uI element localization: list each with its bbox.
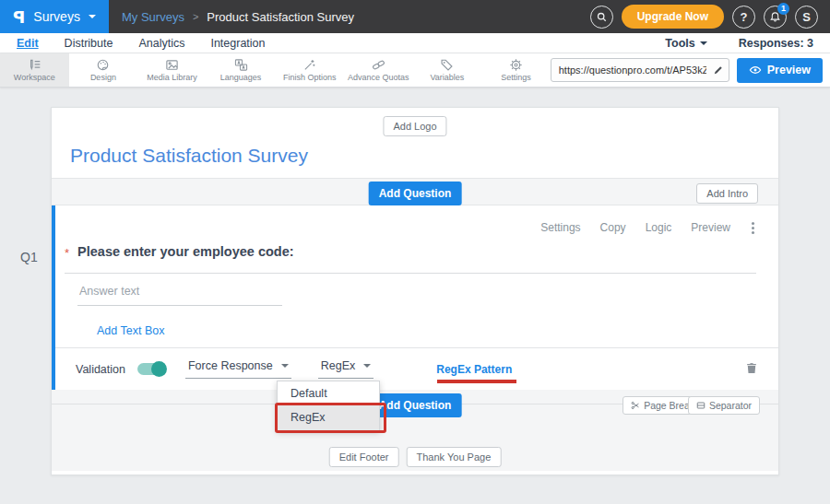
edit-url-pencil-icon[interactable] <box>713 63 724 79</box>
subnav-right: Tools Responses: 3 <box>665 37 813 50</box>
menu-option-regex[interactable]: RegEx <box>278 404 379 430</box>
question-preview-link[interactable]: Preview <box>691 221 730 234</box>
toolbar-item-languages[interactable]: Languages <box>207 53 276 87</box>
palette-icon <box>96 58 110 72</box>
tools-menu[interactable]: Tools <box>665 37 706 50</box>
question-logic-link[interactable]: Logic <box>646 221 672 234</box>
workspace-icon <box>28 58 42 72</box>
topbar: P Surveys My Surveys > Product Satisfact… <box>0 0 830 33</box>
question-card: Settings Copy Logic Preview * Please ent… <box>52 205 778 390</box>
editor-toolbar: Workspace Design Media Library Languages… <box>0 53 830 88</box>
toggle-knob <box>151 361 167 377</box>
separator-icon <box>696 401 706 410</box>
product-switcher[interactable]: P Surveys <box>0 0 109 33</box>
add-question-button-bottom[interactable]: Add Question <box>369 393 462 417</box>
chevron-down-icon <box>700 41 707 45</box>
eye-icon <box>749 64 762 76</box>
separator-button[interactable]: Separator <box>688 396 760 415</box>
survey-title[interactable]: Product Satisfaction Survey <box>70 145 308 167</box>
separator-label: Separator <box>709 400 752 411</box>
question-text[interactable]: Please enter your employee code: <box>77 244 294 259</box>
app-window: P Surveys My Surveys > Product Satisfact… <box>0 0 830 504</box>
survey-canvas: Add Logo Product Satisfaction Survey Add… <box>51 107 779 475</box>
tab-analytics[interactable]: Analytics <box>138 37 184 50</box>
toolbar-item-design[interactable]: Design <box>69 53 138 87</box>
question-number: Q1 <box>20 250 38 264</box>
question-mark-icon: ? <box>741 10 748 24</box>
toolbar-item-workspace[interactable]: Workspace <box>0 53 69 87</box>
toolbar-item-settings[interactable]: Settings <box>481 53 551 87</box>
toolbar-item-variables[interactable]: Variables <box>413 53 482 87</box>
notification-badge: 1 <box>777 3 789 15</box>
delete-question-button[interactable] <box>745 361 758 378</box>
toolbar-item-label: Settings <box>501 73 531 82</box>
chain-icon <box>372 58 385 72</box>
validation-label: Validation <box>76 363 125 376</box>
page-break-label: Page Break <box>644 400 694 411</box>
validation-row: Validation Force Response RegEx RegEx Pa… <box>55 347 778 390</box>
translate-icon <box>234 58 248 72</box>
preview-button[interactable]: Preview <box>737 58 823 83</box>
survey-url-box <box>551 58 729 82</box>
tag-icon <box>440 58 454 72</box>
add-logo-button[interactable]: Add Logo <box>383 116 446 136</box>
edit-footer-button[interactable]: Edit Footer <box>329 447 399 467</box>
breadcrumb-my-surveys[interactable]: My Surveys <box>122 10 184 24</box>
answer-text-input[interactable] <box>77 285 282 306</box>
toolbar-item-label: Languages <box>220 73 262 82</box>
force-response-dropdown[interactable]: Force Response <box>185 359 291 379</box>
footer-buttons: Edit Footer Thank You Page <box>329 447 502 467</box>
responses-count[interactable]: Responses: 3 <box>739 37 813 50</box>
breadcrumb-current-survey: Product Satisfaction Survey <box>207 10 354 24</box>
questionpro-logo-icon: P <box>13 7 25 27</box>
avatar-initial: S <box>802 10 811 24</box>
question-actions: Settings Copy Logic Preview <box>540 221 754 234</box>
required-marker: * <box>65 246 69 260</box>
chevron-down-icon <box>281 364 289 368</box>
tab-distribute[interactable]: Distribute <box>65 37 113 50</box>
validation-type-menu: Default RegEx <box>277 381 380 431</box>
toolbar-item-finish-options[interactable]: Finish Options <box>275 53 344 87</box>
tab-edit[interactable]: Edit <box>17 37 39 50</box>
add-text-box-link[interactable]: Add Text Box <box>97 324 164 337</box>
upgrade-now-button[interactable]: Upgrade Now <box>622 5 724 29</box>
add-question-strip: Add Question Add Intro <box>52 178 778 205</box>
survey-url-input[interactable] <box>551 58 729 82</box>
chevron-down-icon <box>89 15 96 18</box>
toolbar-item-advance-quotas[interactable]: Advance Quotas <box>344 53 413 87</box>
question-copy-link[interactable]: Copy <box>600 221 626 234</box>
topbar-actions: Upgrade Now ? 1 S <box>590 5 830 29</box>
thank-you-page-button[interactable]: Thank You Page <box>407 447 502 467</box>
more-options-icon[interactable] <box>752 227 754 229</box>
question-settings-link[interactable]: Settings <box>540 221 580 234</box>
search-icon <box>596 11 608 23</box>
add-question-button-top[interactable]: Add Question <box>369 182 462 205</box>
canvas-bottom-section: Add Question Page Break Separator Edit F… <box>52 390 778 471</box>
account-avatar[interactable]: S <box>795 6 818 29</box>
toolbar-item-label: Design <box>90 73 116 82</box>
toolbar-item-media-library[interactable]: Media Library <box>137 53 207 87</box>
validation-toggle[interactable] <box>137 363 165 375</box>
editor-page: Q1 Add Logo Product Satisfaction Survey … <box>0 88 830 504</box>
trash-icon <box>745 361 758 375</box>
scissors-icon <box>631 401 640 410</box>
toolbar-item-label: Media Library <box>147 73 197 82</box>
tools-label: Tools <box>665 37 694 50</box>
survey-nav: Edit Distribute Analytics Integration To… <box>0 33 830 53</box>
image-icon <box>165 58 179 72</box>
regex-pattern-link[interactable]: RegEx Pattern <box>436 363 512 376</box>
validation-type-label: RegEx <box>321 359 356 372</box>
preview-label: Preview <box>767 64 811 76</box>
search-button[interactable] <box>590 6 613 29</box>
toolbar-item-label: Workspace <box>14 73 55 82</box>
regex-pattern-label: RegEx Pattern <box>436 363 512 376</box>
notifications-button[interactable]: 1 <box>764 6 787 29</box>
add-intro-button[interactable]: Add Intro <box>696 183 758 204</box>
validation-type-dropdown[interactable]: RegEx <box>318 359 374 379</box>
menu-option-default[interactable]: Default <box>278 381 379 404</box>
wand-icon <box>302 58 316 72</box>
tab-integration[interactable]: Integration <box>210 37 265 50</box>
help-button[interactable]: ? <box>732 6 755 29</box>
question-text-row: * Please enter your employee code: <box>65 244 756 274</box>
product-switcher-label: Surveys <box>33 9 80 24</box>
